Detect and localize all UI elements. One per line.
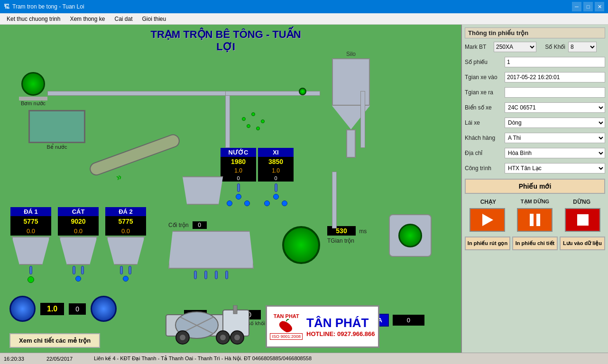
nuoc-blue-dot — [236, 194, 241, 200]
hopper-da1-val1: 5775 — [10, 216, 51, 227]
dia-chi-label: Địa chỉ — [465, 150, 503, 156]
menu-item-xem-thong-ke[interactable]: Xem thong ke — [65, 15, 110, 23]
so-phieu-input[interactable] — [505, 57, 605, 67]
hopper-da1-header: ĐÁ 1 — [10, 207, 51, 216]
dung-button[interactable] — [565, 208, 600, 232]
dia-chi-select[interactable]: Hòa Bình — [505, 148, 605, 158]
tgian-section: 530 ms TGian trộn — [327, 226, 367, 244]
mark-bt-label: Mark BT — [465, 44, 491, 50]
so-khoi-select[interactable]: 8 — [568, 42, 597, 52]
mixer-gate3 — [215, 271, 218, 279]
xi-box: XI 3850 1.0 0 — [258, 148, 294, 206]
title-bar: 🏗 Tram tron be tong - Tuan Loi ─ □ ✕ — [0, 0, 608, 13]
lai-xe-select[interactable]: Dòng — [505, 118, 605, 128]
silo-label: Silo — [332, 51, 370, 57]
maximize-button[interactable]: □ — [583, 2, 593, 11]
nuoc-header: NƯỚC — [221, 148, 256, 157]
xi-dots-row — [258, 200, 294, 206]
tank-body — [28, 110, 85, 143]
mixer-val: 0 — [193, 221, 207, 229]
hopper-da2-gate1 — [120, 266, 123, 274]
close-button[interactable]: ✕ — [595, 2, 604, 11]
status-date: 22/05/2017 — [46, 356, 84, 362]
cong-trinh-row: Công trình HTX Tân Lạc — [465, 163, 605, 173]
so-phieu-row: Số phiếu — [465, 57, 605, 67]
hotline-text: HOTLINE: 0927.966.866 — [306, 330, 375, 337]
pump-label: Bơm nước — [19, 100, 47, 107]
mark-bt-select[interactable]: 250XA — [494, 42, 536, 52]
silo-pipe — [346, 129, 356, 158]
menu-bar: Ket thuc chuong trinh Xem thong ke Cai d… — [0, 13, 608, 25]
view-detail-button[interactable]: Xem chi tiết các mẻ trộn — [9, 333, 100, 348]
speed-value: 1.0 — [40, 303, 64, 315]
svg-marker-12 — [482, 214, 493, 226]
logo-area: TAN PHAT ISO 9001:2008 TÂN PHÁT HOTLINE:… — [266, 305, 379, 348]
output-machine — [389, 214, 432, 257]
chay-button[interactable] — [470, 208, 505, 232]
hopper-da2-val2: 0.0 — [105, 227, 146, 236]
phieu-moi-button[interactable]: Phiếu mới — [465, 179, 605, 194]
tgian-value: 530 — [327, 226, 356, 236]
tam-dung-button[interactable] — [517, 208, 553, 232]
pgia-val: 0 — [393, 315, 424, 326]
hopper-cat-dot — [75, 276, 81, 282]
so-phieu-label: Số phiếu — [465, 59, 503, 65]
tank-label: Bể nước — [28, 144, 85, 150]
menu-item-gioi-thieu[interactable]: Gioi thieu — [138, 15, 171, 23]
pipe-horizontal-top — [47, 91, 228, 96]
particle-1 — [251, 112, 255, 116]
particle-3 — [256, 127, 260, 130]
luu-vao-du-lieu-button[interactable]: Lưu vào dữ liệu — [560, 237, 605, 250]
conveyor-arrows: » — [114, 171, 123, 183]
window-title: Tram tron be tong - Tuan Loi — [12, 3, 84, 10]
process-title: TRẠM TRỘN BÊ TÔNG - TUẤN LỢI — [142, 28, 309, 53]
tgian-xe-vao-input[interactable] — [505, 72, 605, 82]
hopper-da1: ĐÁ 1 5775 0.0 — [9, 207, 52, 283]
hopper-da1-val2: 0.0 — [10, 227, 51, 236]
menu-item-ket-thuc[interactable]: Ket thuc chuong trinh — [2, 15, 65, 23]
play-icon — [480, 213, 494, 227]
nuoc-dot-right — [244, 200, 250, 206]
status-bar: 16:20:33 22/05/2017 Liên kế 4 - KĐT Đại … — [0, 353, 608, 364]
svg-point-10 — [234, 335, 240, 340]
xi-val2: 1.0 — [258, 166, 294, 175]
menu-item-cai-dat[interactable]: Cai dat — [110, 15, 137, 23]
stop-icon — [576, 213, 590, 227]
big-circle-right[interactable] — [91, 296, 117, 322]
hoppers-row: ĐÁ 1 5775 0.0 CÁT 9020 0.0 — [9, 207, 147, 283]
dung-label: DỪNG — [563, 199, 601, 205]
pump-section: Bơm nước — [19, 72, 47, 107]
nuoc-dot-left — [227, 200, 232, 206]
mixer-gate1 — [194, 271, 197, 279]
hopper-cat-val2: 0.0 — [58, 227, 99, 236]
tgian-xe-ra-input[interactable] — [505, 87, 605, 98]
particle-5 — [247, 124, 250, 128]
in-phieu-chi-tiet-button[interactable]: In phiếu chi tiết — [512, 237, 558, 250]
big-circle-left[interactable] — [9, 296, 36, 322]
ctrl-label-row: CHẠY TẠM DỪNG DỪNG — [465, 199, 605, 205]
nuoc-gate — [237, 183, 240, 192]
xi-dot-left — [264, 200, 270, 206]
hopper-da2-dot — [123, 276, 129, 282]
hopper-da2: ĐÁ 2 5775 0.0 — [104, 207, 147, 283]
in-phieu-rut-gon-button[interactable]: In phiếu rút gọn — [465, 237, 510, 250]
khach-hang-select[interactable]: A Thi — [505, 133, 605, 143]
mixer-gate4 — [225, 271, 228, 279]
xi-val1: 3850 — [258, 157, 294, 166]
hopper-cat-gate2 — [81, 266, 84, 274]
minimize-button[interactable]: ─ — [572, 2, 581, 11]
cong-trinh-select[interactable]: HTX Tân Lạc — [505, 163, 605, 173]
hopper-cat: CÁT 9020 0.0 — [57, 207, 100, 283]
svg-rect-15 — [577, 214, 589, 226]
tam-dung-label: TẠM DỪNG — [516, 199, 554, 205]
xi-gate — [275, 183, 277, 192]
tgian-xe-ra-label: Tgian xe ra — [465, 89, 503, 96]
svg-rect-11 — [233, 305, 237, 314]
lai-xe-label: Lái xe — [465, 119, 503, 126]
hopper-da1-dot — [28, 276, 34, 283]
tgian-label: TGian trộn — [327, 237, 367, 244]
xi-header: XI — [258, 148, 294, 157]
bien-so-xe-select[interactable]: 24C 06571 — [505, 102, 605, 113]
hopper-cat-gate1 — [73, 266, 75, 274]
nuoc-gate-row — [221, 183, 256, 192]
